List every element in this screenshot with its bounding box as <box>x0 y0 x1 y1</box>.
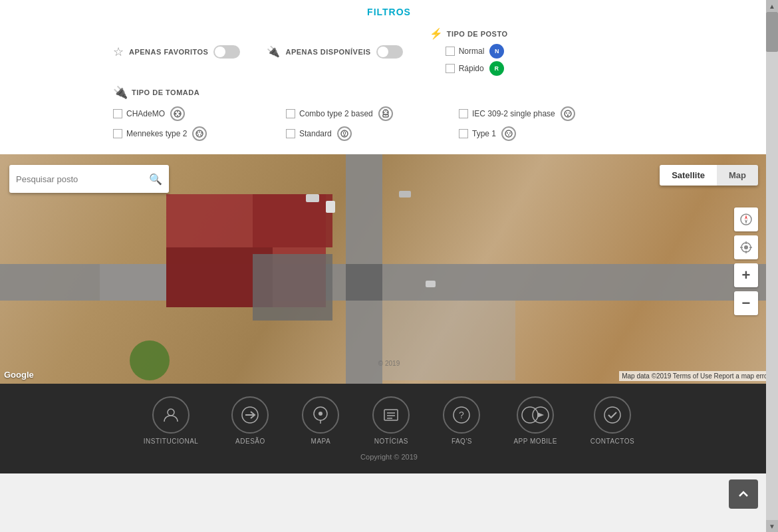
scroll-up-arrow[interactable]: ▲ <box>766 0 778 12</box>
svg-rect-6 <box>383 114 388 117</box>
standard-icon <box>337 126 352 141</box>
svg-point-2 <box>179 113 181 115</box>
mapa-icon <box>302 396 339 434</box>
svg-point-19 <box>200 134 201 136</box>
scrollbar-track[interactable] <box>766 12 778 520</box>
filters-panel: FILTROS ☆ APENAS FAVORITOS 🔌 APENAS DISP… <box>0 0 778 154</box>
faqs-label: FAQ'S <box>452 438 472 445</box>
svg-rect-21 <box>343 132 345 134</box>
tipo-posto-label: TIPO DE POSTO <box>447 30 508 38</box>
car-4 <box>426 281 436 287</box>
faqs-icon: ? <box>443 396 480 434</box>
svg-point-23 <box>505 130 512 137</box>
svg-point-12 <box>569 112 570 114</box>
noticias-label: NOTÍCIAS <box>374 438 408 445</box>
favoritos-toggle[interactable] <box>213 45 240 59</box>
svg-marker-50 <box>537 412 544 418</box>
satellite-button[interactable]: Satellite <box>660 165 717 186</box>
footer: INSTITUCIONAL ADESÃO MAPA <box>0 384 778 473</box>
svg-point-17 <box>199 132 200 133</box>
map-type-buttons: Satellite Map <box>660 165 758 186</box>
map-controls: + − <box>734 207 758 315</box>
standard-label: Standard <box>299 129 332 138</box>
adesao-label: ADESÃO <box>235 438 265 445</box>
location-button[interactable] <box>734 235 758 259</box>
posto-options: Normal N Rápido R <box>446 44 508 76</box>
type1-label: Type 1 <box>472 129 496 138</box>
footer-item-institucional[interactable]: INSTITUCIONAL <box>144 396 199 445</box>
mennekes-label: Mennekes type 2 <box>126 129 187 138</box>
svg-point-26 <box>508 134 509 136</box>
tomada-label: TIPO DE TOMADA <box>132 88 199 96</box>
chademo-checkbox-box[interactable] <box>113 109 122 118</box>
footer-nav: INSTITUCIONAL ADESÃO MAPA <box>144 396 634 445</box>
google-watermark: Google <box>4 370 34 380</box>
content-area: FILTROS ☆ APENAS FAVORITOS 🔌 APENAS DISP… <box>0 0 778 532</box>
compass-button[interactable] <box>734 207 758 231</box>
iec309-checkbox-box[interactable] <box>459 109 468 118</box>
normal-checkbox-box[interactable] <box>446 47 455 56</box>
pavement-2 <box>382 301 515 380</box>
scrollbar: ▲ ▼ <box>766 0 778 532</box>
combo2-checkbox-box[interactable] <box>286 109 295 118</box>
svg-point-30 <box>744 245 748 249</box>
appmobile-label: APP MOBILE <box>513 438 557 445</box>
svg-point-7 <box>383 112 384 113</box>
normal-checkbox[interactable]: Normal <box>446 47 485 56</box>
svg-marker-28 <box>745 215 747 219</box>
plug-icon: 🔌 <box>267 45 280 58</box>
back-to-top-button[interactable] <box>729 479 758 509</box>
star-icon: ☆ <box>113 45 124 59</box>
scroll-down-arrow[interactable]: ▼ <box>766 520 778 532</box>
tomada-section: 🔌 TIPO DE TOMADA CHAdeMO <box>113 85 665 141</box>
posto-option-rapido: Rápido R <box>446 61 508 76</box>
zoom-out-button[interactable]: − <box>734 291 758 315</box>
disponiveis-toggle[interactable] <box>376 45 403 59</box>
svg-text:?: ? <box>459 410 464 420</box>
tipo-posto-section: ⚡ TIPO DE POSTO Normal N <box>430 27 508 76</box>
mennekes-checkbox-box[interactable] <box>113 129 122 138</box>
footer-item-adesao[interactable]: ADESÃO <box>231 396 269 445</box>
chademo-icon <box>170 106 185 121</box>
tomada-item-mennekes: Mennekes type 2 <box>113 126 266 141</box>
type1-checkbox[interactable]: Type 1 <box>459 129 496 138</box>
standard-checkbox-box[interactable] <box>286 129 295 138</box>
rapido-checkbox[interactable]: Rápido <box>446 64 484 73</box>
map-button[interactable]: Map <box>717 165 758 186</box>
zoom-in-button[interactable]: + <box>734 263 758 287</box>
footer-item-mapa[interactable]: MAPA <box>302 396 339 445</box>
map-area[interactable]: © 2019 🔍 Satellite Map + − <box>0 154 778 384</box>
footer-item-appmobile[interactable]: APP MOBILE <box>513 396 557 445</box>
car-2 <box>326 201 335 213</box>
footer-copyright: Copyright © 2019 <box>360 453 418 461</box>
footer-item-contactos[interactable]: CONTACTOS <box>590 396 634 445</box>
footer-item-noticias[interactable]: NOTÍCIAS <box>372 396 410 445</box>
combo2-checkbox[interactable]: Combo type 2 based <box>286 109 373 118</box>
standard-checkbox[interactable]: Standard <box>286 129 332 138</box>
filters-header: FILTROS <box>113 0 665 27</box>
page-wrapper: FILTROS ☆ APENAS FAVORITOS 🔌 APENAS DISP… <box>0 0 778 532</box>
bolt-icon: ⚡ <box>430 27 443 40</box>
type1-checkbox-box[interactable] <box>459 129 468 138</box>
iec309-label: IEC 309-2 single phase <box>472 109 555 118</box>
scrollbar-thumb[interactable] <box>766 12 778 52</box>
iec309-checkbox[interactable]: IEC 309-2 single phase <box>459 109 555 118</box>
map-search-box[interactable]: 🔍 <box>9 165 169 193</box>
chademo-label: CHAdeMO <box>126 109 165 118</box>
mennekes-checkbox[interactable]: Mennekes type 2 <box>113 129 187 138</box>
rapido-checkbox-box[interactable] <box>446 64 455 73</box>
map-attribution: Map data ©2019 Terms of Use Report a map… <box>619 371 773 381</box>
institucional-icon <box>152 396 190 434</box>
tomada-item-combo2: Combo type 2 based <box>286 106 439 121</box>
iec309-icon <box>561 106 575 121</box>
tipo-posto-header: ⚡ TIPO DE POSTO <box>430 27 508 40</box>
building-wing <box>253 194 332 247</box>
footer-item-faqs[interactable]: ? FAQ'S <box>443 396 480 445</box>
noticias-icon <box>372 396 410 434</box>
search-input[interactable] <box>16 174 144 184</box>
type1-icon <box>501 126 516 141</box>
svg-point-3 <box>177 111 178 112</box>
svg-rect-22 <box>343 135 345 136</box>
chademo-checkbox[interactable]: CHAdeMO <box>113 109 165 118</box>
tomada-grid: CHAdeMO Combo type 2 based <box>113 106 665 141</box>
